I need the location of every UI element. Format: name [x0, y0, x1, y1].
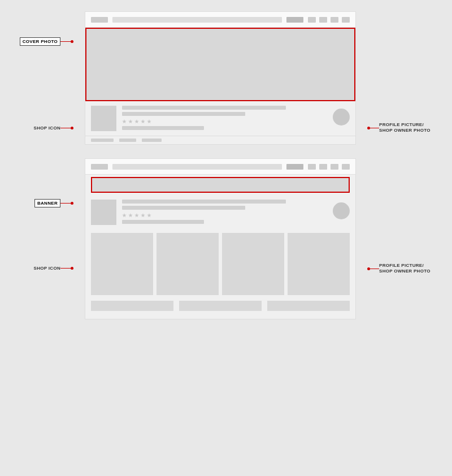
- product-cell-3: [222, 233, 284, 295]
- nav-logo-s1: [91, 17, 108, 23]
- stars-row-s1: [122, 119, 327, 124]
- shop-icon-block-s1: [91, 106, 116, 131]
- tab-1-s1: [91, 139, 114, 142]
- profile-annotation-s2: PROFILE PICTURE/SHOP OWNER PHOTO: [367, 263, 431, 275]
- banner-annotation: BANNER: [34, 199, 73, 207]
- spacer-s2: [85, 314, 355, 319]
- nav-icon-4-s2: [342, 164, 350, 170]
- detail-line-s2-2: [122, 206, 245, 210]
- detail-line-3: [122, 126, 204, 130]
- shop-icon-label-s2: SHOP ICON: [34, 266, 60, 271]
- profile-circle-s2: [333, 202, 350, 219]
- nav-icon-1-s1: [308, 17, 316, 23]
- star-s2-4: [141, 213, 145, 218]
- banner-label: BANNER: [34, 199, 60, 207]
- product-row2-a: [85, 298, 355, 314]
- shop-icon-block-s2: [91, 200, 116, 225]
- shop-icon-annotation-s2: SHOP ICON: [34, 266, 73, 271]
- section2-card: [73, 158, 367, 319]
- product-cell-1: [91, 233, 153, 295]
- shop-icon-label-s1: SHOP ICON: [34, 126, 60, 131]
- star-2: [128, 119, 133, 124]
- shop-info-row-s2: [85, 195, 355, 230]
- banner-area: [91, 177, 350, 193]
- cover-photo-dot: [71, 40, 73, 43]
- cover-photo-area: [85, 28, 355, 101]
- banner-line: [60, 203, 71, 204]
- profile-label-s1: PROFILE PICTURE/SHOP OWNER PHOTO: [379, 122, 431, 134]
- star-3: [134, 119, 139, 124]
- nav-icon-3-s1: [331, 17, 338, 23]
- star-1: [122, 119, 127, 124]
- profile-line-s1: [370, 128, 379, 128]
- section1-card: [73, 11, 367, 145]
- product-grid-s2: [85, 230, 355, 298]
- cover-photo-line: [60, 41, 71, 42]
- nav-search-s2: [112, 164, 282, 170]
- nav-search-s1: [112, 17, 282, 23]
- shop-details-s2: [122, 200, 327, 224]
- cover-photo-label: COVER PHOTO: [20, 37, 60, 46]
- detail-line-s2-3: [122, 220, 204, 224]
- nav-bar-s2: [85, 159, 355, 175]
- nav-logo-s2: [91, 164, 108, 170]
- star-s2-5: [147, 213, 151, 218]
- nav-icon-2-s2: [319, 164, 327, 170]
- profile-annotation-s1: PROFILE PICTURE/SHOP OWNER PHOTO: [367, 122, 431, 134]
- bottom-cell-3: [267, 301, 350, 311]
- nav-icons-s1: [308, 17, 350, 23]
- stars-row-s2: [122, 213, 327, 218]
- nav-icon-4-s1: [342, 17, 350, 23]
- nav-icon-1-s2: [308, 164, 316, 170]
- section1-layout: COVER PHOTO SHOP ICON: [11, 11, 441, 145]
- shop-icon-dot-s2: [71, 267, 73, 270]
- star-s2-3: [134, 213, 139, 218]
- tab-2-s1: [119, 139, 136, 142]
- bottom-cell-1: [91, 301, 173, 311]
- star-4: [141, 119, 145, 124]
- product-cell-2: [157, 233, 219, 295]
- nav-bar-s1: [85, 12, 355, 28]
- mockup-card-s2: [85, 158, 356, 319]
- tab-3-s1: [142, 139, 162, 142]
- banner-dot: [71, 202, 73, 205]
- mockup-card-s1: [85, 11, 356, 145]
- section2-layout: BANNER SHOP ICON: [11, 158, 441, 319]
- detail-line-s2-1: [122, 200, 286, 204]
- profile-line-s2: [370, 269, 379, 269]
- star-5: [147, 119, 151, 124]
- star-s2-2: [128, 213, 133, 218]
- nav-icons-s2: [308, 164, 350, 170]
- tabs-row-s1: [85, 136, 355, 144]
- nav-search-btn-s1: [286, 17, 303, 23]
- star-s2-1: [122, 213, 127, 218]
- detail-line-2: [122, 112, 245, 116]
- shop-icon-line-s2: [60, 268, 71, 269]
- shop-icon-dot-s1: [71, 127, 73, 129]
- profile-circle-s1: [333, 109, 350, 126]
- shop-icon-line-s1: [60, 128, 71, 128]
- shop-details-s1: [122, 106, 327, 130]
- profile-label-s2: PROFILE PICTURE/SHOP OWNER PHOTO: [379, 263, 431, 275]
- detail-line-1: [122, 106, 286, 110]
- nav-search-btn-s2: [286, 164, 303, 170]
- product-cell-4: [288, 233, 350, 295]
- bottom-cell-2: [179, 301, 262, 311]
- nav-icon-2-s1: [319, 17, 327, 23]
- shop-info-row-s1: [85, 101, 355, 136]
- shop-icon-annotation-s1: SHOP ICON: [34, 126, 73, 131]
- nav-icon-3-s2: [331, 164, 338, 170]
- cover-photo-annotation: COVER PHOTO: [20, 37, 73, 46]
